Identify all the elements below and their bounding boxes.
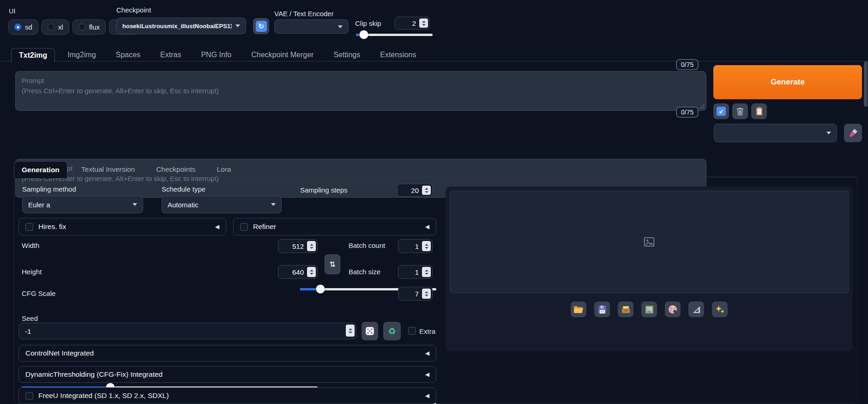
clear-prompt-button[interactable] — [732, 103, 748, 119]
seed-input[interactable]: -1 — [18, 323, 356, 339]
sampling-method-dropdown[interactable]: Euler a — [22, 196, 143, 213]
spinner-down-icon — [425, 191, 428, 193]
random-seed-button[interactable] — [362, 322, 378, 340]
height-label: Height — [22, 268, 42, 276]
controlnet-accordion[interactable]: ControlNet Integrated ◀ — [18, 345, 436, 362]
number-spinner[interactable] — [422, 186, 431, 195]
freeu-accordion[interactable]: FreeU Integrated (SD 1.x, SD 2.x, SDXL) … — [18, 387, 436, 404]
controlnet-label: ControlNet Integrated — [25, 349, 94, 357]
spinner-up-icon — [349, 328, 352, 330]
spinner-down-icon — [425, 247, 428, 249]
tab-img2img[interactable]: Img2img — [60, 48, 103, 62]
prompt-tools-row: ↙ — [713, 103, 767, 119]
floppy-disk-icon — [598, 305, 607, 314]
number-spinner[interactable] — [422, 267, 431, 277]
image-placeholder-icon — [643, 236, 655, 248]
number-spinner[interactable] — [307, 241, 316, 251]
chevron-down-icon — [133, 203, 137, 206]
refresh-checkpoint-button[interactable]: ↻ — [253, 18, 269, 34]
seed-label: Seed — [22, 314, 38, 322]
result-panel — [446, 187, 853, 351]
clip-skip-input[interactable]: 2 — [395, 17, 430, 30]
arrow-down-left-icon: ↙ — [717, 107, 726, 116]
chevron-down-icon — [338, 25, 343, 28]
collapse-arrow-icon: ◀ — [425, 371, 429, 378]
radio-selected-icon — [14, 24, 21, 30]
swap-dimensions-button[interactable]: ⇅ — [325, 254, 340, 274]
dynamic-thresholding-accordion[interactable]: DynamicThresholding (CFG-Fix) Integrated… — [18, 366, 436, 383]
save-zip-button[interactable] — [618, 301, 633, 317]
dice-icon — [365, 326, 374, 336]
tab-extras[interactable]: Extras — [153, 48, 188, 62]
apply-styles-button[interactable] — [751, 103, 767, 119]
seed-extra-label: Extra — [419, 327, 435, 335]
clip-skip-slider[interactable] — [356, 30, 433, 39]
prompt-placeholder-title: Prompt — [22, 76, 700, 86]
paste-params-button[interactable]: ↙ — [713, 103, 729, 119]
generate-button[interactable]: Generate — [713, 65, 862, 99]
open-folder-button[interactable] — [571, 301, 586, 317]
ui-mode-flux[interactable]: flux — [72, 19, 106, 35]
tab-extensions[interactable]: Extensions — [373, 48, 423, 62]
tab-png-info[interactable]: PNG Info — [193, 48, 239, 62]
slider-handle[interactable] — [316, 285, 325, 294]
chevron-down-icon — [826, 132, 831, 134]
collapse-arrow-icon: ◀ — [215, 223, 219, 230]
freeu-checkbox[interactable] — [25, 392, 33, 400]
clipboard-icon — [755, 107, 764, 116]
spinner-up-icon — [425, 244, 428, 246]
send-to-img2img-button[interactable] — [641, 301, 657, 317]
scrollbar-thumb[interactable] — [864, 61, 868, 107]
schedule-type-dropdown[interactable]: Automatic — [162, 196, 282, 213]
sampling-steps-input[interactable]: 20 — [397, 184, 433, 197]
width-input[interactable]: 512 — [278, 239, 318, 253]
enhance-button[interactable] — [712, 301, 728, 317]
batch-size-input[interactable]: 1 — [398, 265, 433, 279]
palette-icon — [668, 305, 677, 314]
edit-styles-button[interactable] — [844, 124, 862, 142]
spinner-down-icon — [310, 247, 313, 249]
framed-picture-icon — [645, 305, 654, 314]
tab-textual-inversion[interactable]: Textual Inversion — [74, 161, 142, 178]
slider-handle[interactable] — [359, 30, 368, 39]
save-image-button[interactable] — [594, 301, 610, 317]
cfg-scale-input[interactable]: 7 — [398, 287, 433, 301]
tab-lora[interactable]: Lora — [209, 161, 238, 178]
resize-handle[interactable] — [699, 103, 705, 109]
number-spinner[interactable] — [422, 289, 431, 299]
tab-checkpoints[interactable]: Checkpoints — [149, 161, 203, 178]
seed-extra-checkbox[interactable] — [408, 327, 416, 335]
radio-icon — [78, 24, 85, 30]
ui-mode-xl[interactable]: xl — [42, 19, 69, 35]
height-input[interactable]: 640 — [278, 265, 318, 279]
refiner-checkbox[interactable] — [240, 223, 248, 231]
number-spinner[interactable] — [307, 267, 316, 277]
batch-count-input[interactable]: 1 — [398, 239, 433, 253]
ui-mode-sd[interactable]: sd — [8, 19, 38, 35]
trash-icon — [735, 107, 745, 116]
number-spinner[interactable] — [346, 325, 355, 337]
hires-fix-checkbox[interactable] — [25, 223, 33, 231]
checkpoint-dropdown[interactable]: hosekiLustrousmix_illustNoobaiEPS11V2 — [116, 18, 246, 34]
tab-txt2img[interactable]: Txt2img — [11, 48, 55, 62]
tab-generation[interactable]: Generation — [14, 161, 67, 178]
tab-settings[interactable]: Settings — [326, 48, 368, 62]
send-to-extras-button[interactable] — [688, 301, 704, 317]
clip-skip-label: Clip skip — [355, 19, 381, 27]
send-to-inpaint-button[interactable] — [665, 301, 681, 317]
width-label: Width — [22, 241, 39, 249]
spinner-down-icon — [310, 273, 313, 275]
number-spinner[interactable] — [422, 241, 431, 251]
hires-fix-accordion[interactable]: Hires. fix ◀ — [18, 218, 226, 235]
tab-checkpoint-merger[interactable]: Checkpoint Merger — [244, 48, 321, 62]
refiner-accordion[interactable]: Refiner ◀ — [233, 218, 436, 235]
tab-spaces[interactable]: Spaces — [108, 48, 148, 62]
spinner-up-icon — [425, 270, 428, 271]
vae-dropdown[interactable] — [274, 19, 349, 34]
number-spinner[interactable] — [419, 18, 428, 28]
hires-fix-label: Hires. fix — [38, 223, 66, 231]
styles-dropdown[interactable] — [714, 124, 837, 142]
reuse-seed-button[interactable]: ♻ — [383, 322, 401, 340]
inner-tabnav: Generation Textual Inversion Checkpoints… — [14, 161, 238, 178]
prompt-input[interactable]: Prompt (Press Ctrl+Enter to generate, Al… — [15, 71, 706, 111]
